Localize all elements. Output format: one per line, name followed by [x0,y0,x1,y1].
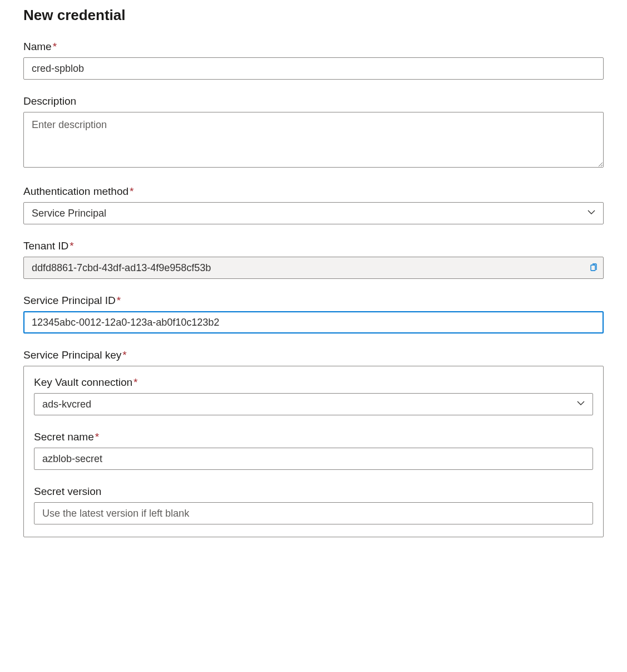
name-input[interactable] [23,57,604,80]
tenant-id-label-text: Tenant ID [23,240,68,252]
name-group: Name* [23,41,604,80]
secret-version-label: Secret version [34,485,593,498]
auth-method-selected-text: Service Principal [32,208,106,219]
sp-id-label-text: Service Principal ID [23,295,116,306]
kv-connection-selected-text: ads-kvcred [42,399,91,410]
secret-version-group: Secret version [34,485,593,524]
sp-id-input[interactable] [23,311,604,333]
auth-method-group: Authentication method* Service Principal [23,185,604,224]
secret-name-group: Secret name* [34,431,593,470]
tenant-id-value: ddfd8861-7cbd-43df-ad13-4f9e958cf53b [23,257,604,279]
svg-rect-0 [591,265,595,271]
secret-name-input[interactable] [34,448,593,470]
secret-name-label-text: Secret name [34,431,94,443]
name-label-text: Name [23,41,52,52]
secret-version-input[interactable] [34,502,593,524]
description-input[interactable] [23,112,604,168]
required-star: * [122,349,126,361]
sp-id-label: Service Principal ID* [23,295,604,307]
kv-connection-group: Key Vault connection* ads-kvcred [34,376,593,415]
page-title: New credential [23,7,604,24]
auth-method-select[interactable]: Service Principal [23,202,604,224]
kv-connection-label: Key Vault connection* [34,376,593,389]
kv-connection-select[interactable]: ads-kvcred [34,393,593,415]
description-label: Description [23,95,604,107]
required-star: * [134,376,137,388]
kv-connection-label-text: Key Vault connection [34,376,132,388]
required-star: * [95,431,99,443]
description-group: Description [23,95,604,170]
tenant-id-label: Tenant ID* [23,240,604,252]
kv-connection-selected: ads-kvcred [34,393,593,415]
sp-id-group: Service Principal ID* [23,295,604,333]
tenant-id-text: ddfd8861-7cbd-43df-ad13-4f9e958cf53b [32,262,211,274]
copy-icon[interactable] [589,263,598,272]
auth-method-label-text: Authentication method [23,185,129,197]
required-star: * [117,295,121,306]
auth-method-label: Authentication method* [23,185,604,198]
sp-key-label-text: Service Principal key [23,349,121,361]
secret-version-label-text: Secret version [34,485,101,497]
auth-method-selected: Service Principal [23,202,604,224]
name-label: Name* [23,41,604,53]
sp-key-group: Service Principal key* Key Vault connect… [23,349,604,537]
sp-key-panel: Key Vault connection* ads-kvcred Secret … [23,366,604,537]
sp-key-label: Service Principal key* [23,349,604,361]
tenant-id-group: Tenant ID* ddfd8861-7cbd-43df-ad13-4f9e9… [23,240,604,279]
secret-name-label: Secret name* [34,431,593,443]
tenant-id-wrap: ddfd8861-7cbd-43df-ad13-4f9e958cf53b [23,257,604,279]
required-star: * [70,240,73,252]
required-star: * [130,185,134,197]
description-label-text: Description [23,95,76,107]
required-star: * [53,41,57,52]
